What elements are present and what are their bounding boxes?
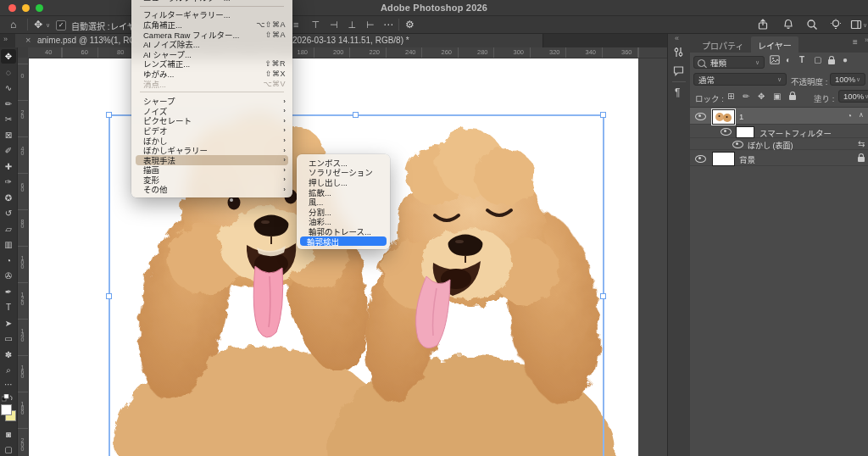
menu-item-0[interactable]: ニューラルフィルター... [131, 0, 292, 3]
layer-row-1[interactable]: 1 ◔ ∧ [690, 108, 868, 125]
lasso-tool-icon[interactable]: ∿ [1, 81, 16, 95]
lock-transparency-icon[interactable]: ⊞ [727, 92, 734, 101]
comments-panel-icon[interactable] [673, 64, 684, 80]
search-icon[interactable] [806, 19, 818, 34]
layer-thumbnail[interactable] [712, 109, 735, 125]
canvas[interactable] [28, 58, 638, 456]
layer-name[interactable]: 1 [739, 112, 743, 121]
dock-collapse-icon[interactable]: « [675, 34, 679, 42]
type-tool-icon[interactable]: T [1, 300, 16, 314]
lock-position-icon[interactable]: ✥ [758, 92, 765, 101]
transform-box-left-edge[interactable] [108, 114, 110, 456]
smart-filter-mask-thumbnail[interactable] [736, 126, 754, 138]
transform-handle-middle-right[interactable] [600, 293, 606, 299]
close-tab-icon[interactable]: × [25, 35, 31, 45]
dodge-tool-icon[interactable]: ✇ [1, 269, 16, 283]
opacity-value: 100% [835, 75, 855, 84]
filter-adjustment-icon[interactable]: ◐ [786, 55, 791, 64]
distribute-bottom-icon[interactable]: ⊥ [348, 19, 357, 31]
fill-dropdown[interactable]: 100% ∨ [838, 90, 868, 103]
eyedropper-tool-icon[interactable]: ✐ [1, 143, 16, 158]
opacity-dropdown[interactable]: 100% ∨ [830, 73, 865, 86]
notifications-bell-icon[interactable] [782, 19, 794, 34]
menu-item-20[interactable]: その他› [131, 185, 292, 195]
distribute-vertical-icon[interactable]: ⊣ [330, 19, 338, 31]
auto-select-checkbox[interactable]: ✓ [56, 20, 66, 31]
pen-tool-icon[interactable]: ✒ [1, 285, 16, 299]
healing-brush-tool-icon[interactable]: ✚ [1, 159, 16, 174]
hand-tool-icon[interactable]: ✽ [1, 348, 16, 362]
blend-mode-dropdown[interactable]: 通常 ∨ [693, 73, 787, 86]
filter-type-icon[interactable]: T [799, 55, 804, 64]
filter-pin-icon[interactable]: ● [843, 55, 848, 64]
move-tool-icon[interactable]: ✥ [1, 49, 16, 64]
tab-layers[interactable]: レイヤー [751, 36, 798, 53]
visibility-eye-icon[interactable] [695, 155, 706, 163]
blur-tool-icon[interactable]: ◔ [1, 253, 16, 268]
transform-handle-top-left[interactable] [106, 112, 112, 118]
history-brush-tool-icon[interactable]: ↺ [1, 206, 16, 220]
transform-handle-middle-left[interactable] [106, 293, 112, 299]
visibility-eye-icon[interactable] [721, 128, 732, 136]
background-lock-icon[interactable] [858, 157, 865, 162]
dock-expand-icon[interactable]: » [865, 36, 868, 44]
home-icon[interactable]: ⌂ [10, 16, 16, 33]
move-tool-icon[interactable]: ✥ [34, 16, 42, 33]
zoom-tool-icon[interactable]: ⌕ [1, 363, 16, 377]
adjustments-panel-icon[interactable] [673, 46, 684, 61]
quick-mask-icon[interactable]: ◙ [1, 427, 16, 442]
smart-filter-badge-icon[interactable]: ◔ [847, 111, 852, 120]
chevron-down-icon[interactable]: ∨ [46, 22, 50, 29]
filter-smart-object-lock-icon[interactable] [828, 59, 835, 64]
distribute-horizontal-icon[interactable]: ⊢ [366, 19, 375, 31]
lock-paint-icon[interactable]: ✏ [743, 92, 749, 101]
ruler-number: 140 [19, 328, 26, 341]
frame-tool-icon[interactable]: ⊠ [1, 128, 16, 142]
quick-selection-tool-icon[interactable]: ✏ [1, 97, 16, 111]
visibility-eye-icon[interactable] [732, 141, 743, 148]
screen-mode-icon[interactable]: ▢ [1, 442, 16, 456]
lock-all-icon[interactable] [789, 95, 796, 100]
share-icon[interactable] [757, 19, 769, 34]
crop-tool-icon[interactable]: ✂ [1, 112, 16, 126]
path-selection-tool-icon[interactable]: ➤ [1, 316, 16, 331]
lock-artboard-icon[interactable]: ▣ [773, 92, 781, 101]
top-ruler[interactable]: 4060801001201401601802002202402602803003… [17, 47, 667, 58]
workspace-switcher-icon[interactable] [850, 19, 862, 34]
transform-handle-top-center[interactable] [353, 112, 359, 118]
eraser-tool-icon[interactable]: ▱ [1, 222, 16, 236]
gradient-tool-icon[interactable]: ▥ [1, 237, 16, 252]
background-layer-row[interactable]: 背景 [690, 150, 868, 166]
left-ruler[interactable]: 020406080100120140160180200 [17, 58, 29, 456]
edit-toolbar-icon[interactable]: ⋯ [1, 377, 16, 392]
submenu-item-8[interactable]: 輪郭検出 [300, 236, 387, 247]
layer-filter-kind-dropdown[interactable]: 種類 ∨ [693, 56, 765, 69]
ruler-corner [17, 47, 28, 58]
filter-blend-options-icon[interactable]: ⇆ [858, 139, 865, 148]
discover-lightbulb-icon[interactable] [830, 19, 842, 34]
marquee-tool-icon[interactable]: ◌ [1, 65, 16, 80]
filter-image-icon[interactable] [770, 55, 780, 66]
collapse-filters-icon[interactable]: ∧ [859, 111, 864, 119]
visibility-eye-icon[interactable] [695, 113, 706, 120]
transform-handle-top-right[interactable] [600, 112, 606, 118]
foreground-color-swatch[interactable] [1, 404, 12, 415]
clone-stamp-tool-icon[interactable]: ✪ [1, 191, 16, 205]
filter-entry-row[interactable]: ぼかし (表面) ⇆ [690, 138, 868, 150]
chevron-down-icon[interactable]: ∨ [863, 22, 867, 29]
transform-box-right-edge[interactable] [603, 114, 604, 456]
align-edges-icon[interactable]: ≡ [293, 19, 298, 30]
ruler-number: 180 [298, 48, 309, 56]
filter-shape-icon[interactable]: ▢ [814, 55, 821, 64]
workspace-gear-icon[interactable]: ⚙ [405, 16, 415, 33]
distribute-top-icon[interactable]: ⊤ [312, 19, 320, 31]
panel-menu-icon[interactable]: ≡ [853, 37, 858, 47]
shape-tool-icon[interactable]: ▭ [1, 331, 16, 346]
toolbar-collapse-icon[interactable]: » [3, 35, 8, 43]
more-options-icon[interactable]: ⋯ [383, 16, 393, 33]
brush-tool-icon[interactable]: ✑ [1, 175, 16, 189]
paragraph-panel-icon[interactable]: ¶ [675, 86, 680, 98]
smart-filter-row[interactable]: スマートフィルター [690, 125, 868, 138]
tab-properties[interactable]: プロパティ [695, 36, 750, 53]
background-thumbnail[interactable] [712, 152, 735, 166]
